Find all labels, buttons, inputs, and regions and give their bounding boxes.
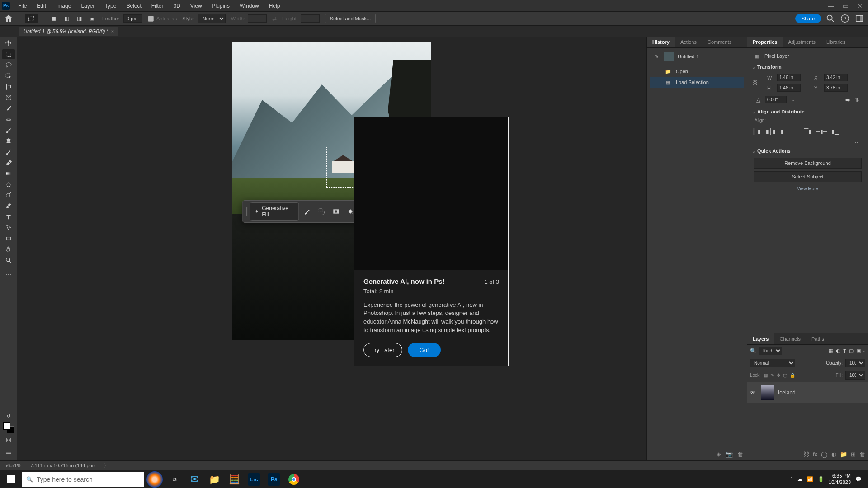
blur-tool[interactable] [2, 179, 15, 189]
color-swatches[interactable] [3, 422, 14, 433]
calculator-icon[interactable]: 🧮 [225, 470, 243, 488]
new-snapshot-icon[interactable]: ⊕ [716, 451, 721, 458]
mail-app-icon[interactable]: ✉ [185, 470, 203, 488]
history-document-row[interactable]: ✎ Untitled-1 [650, 51, 744, 62]
pen-tool[interactable] [2, 201, 15, 211]
zoom-tool[interactable] [2, 255, 15, 265]
filter-adjustment-icon[interactable]: ◐ [836, 348, 840, 354]
swap-colors-icon[interactable]: ↺ [2, 411, 15, 421]
transform-section[interactable]: ⌄Transform [750, 61, 865, 72]
layer-mask-icon[interactable]: ◯ [821, 451, 828, 458]
type-tool[interactable] [2, 212, 15, 222]
marquee-tool[interactable] [2, 49, 15, 59]
filter-search-icon[interactable]: 🔍 [750, 348, 756, 354]
camera-icon[interactable]: 📷 [726, 451, 733, 458]
layer-row[interactable]: 👁 Iceland [747, 382, 868, 403]
crop-tool[interactable] [2, 82, 15, 92]
layer-filter-select[interactable]: Kind [759, 347, 782, 355]
align-left-icon[interactable]: ▏▮ [753, 127, 762, 136]
lock-transparency-icon[interactable]: ▦ [764, 373, 768, 378]
task-view-icon[interactable]: ⧉ [165, 470, 184, 488]
more-align-icon[interactable]: ⋯ [854, 139, 860, 145]
tab-adjustments[interactable]: Adjustments [783, 37, 821, 47]
share-button[interactable]: Share [795, 14, 821, 23]
lock-pixels-icon[interactable]: ✎ [770, 373, 774, 378]
object-selection-tool[interactable] [2, 71, 15, 81]
start-button[interactable] [2, 470, 20, 488]
window-maximize-button[interactable]: ▭ [839, 1, 852, 10]
window-close-button[interactable]: ✕ [854, 1, 866, 10]
blend-mode-select[interactable]: Normal [750, 359, 795, 367]
filter-smart-icon[interactable]: ▣ [856, 348, 861, 354]
angle-dropdown-icon[interactable]: ⌄ [791, 97, 795, 102]
menu-plugins[interactable]: Plugins [208, 1, 234, 11]
menu-layer[interactable]: Layer [76, 1, 99, 11]
link-wh-icon[interactable]: ⛓ [753, 80, 758, 86]
close-tab-icon[interactable]: × [111, 28, 114, 34]
filter-toggle-icon[interactable]: ◦ [863, 348, 865, 354]
new-layer-icon[interactable]: ⊞ [851, 451, 856, 458]
eraser-tool[interactable] [2, 158, 15, 168]
frame-tool[interactable] [2, 93, 15, 103]
align-bottom-icon[interactable]: ▮▁ [830, 127, 840, 136]
history-item-open[interactable]: 📁 Open [650, 66, 744, 77]
select-subject-button[interactable]: Select Subject [754, 171, 862, 182]
window-minimize-button[interactable]: — [825, 1, 837, 10]
align-section[interactable]: ⌄Align and Distribute [750, 106, 865, 117]
document-dimensions[interactable]: 7.111 in x 10.715 in (144 ppi) [30, 463, 95, 468]
path-selection-tool[interactable] [2, 223, 15, 233]
try-later-button[interactable]: Try Later [363, 343, 402, 357]
subtract-selection-icon[interactable]: ◨ [74, 14, 84, 23]
angle-input[interactable] [765, 96, 787, 103]
align-right-icon[interactable]: ▮▕ [780, 127, 789, 136]
lock-position-icon[interactable]: ✥ [777, 373, 780, 378]
layer-name[interactable]: Iceland [778, 389, 796, 396]
home-button[interactable] [4, 14, 14, 23]
tab-layers[interactable]: Layers [747, 333, 774, 344]
quick-mask-icon[interactable] [2, 435, 15, 445]
menu-type[interactable]: Type [100, 1, 121, 11]
ctx-modify-selection-icon[interactable] [315, 205, 328, 218]
tab-history[interactable]: History [647, 37, 675, 47]
filter-pixel-icon[interactable]: ▦ [829, 348, 833, 354]
eyedropper-tool[interactable] [2, 103, 15, 113]
tab-properties[interactable]: Properties [747, 37, 783, 47]
notifications-icon[interactable]: 💬 [855, 476, 862, 482]
canvas-area[interactable]: ✦ Generative Fill ⋯ Deselect Generative … [17, 37, 646, 460]
history-brush-tool[interactable] [2, 147, 15, 157]
edit-toolbar-icon[interactable]: ⋯ [2, 270, 15, 280]
menu-3d[interactable]: 3D [169, 1, 184, 11]
brush-tool[interactable] [2, 125, 15, 135]
menu-view[interactable]: View [186, 1, 207, 11]
clock[interactable]: 6:35 PM 10/4/2023 [829, 473, 851, 485]
lightroom-icon[interactable]: Lrc [245, 470, 263, 488]
tray-chevron-icon[interactable]: ˄ [790, 476, 793, 482]
document-tab[interactable]: Untitled-1 @ 56.5% (Iceland, RGB/8) * × [19, 27, 118, 36]
flip-vertical-icon[interactable]: ⥮ [854, 97, 859, 103]
filter-shape-icon[interactable]: ▢ [849, 348, 854, 354]
view-more-link[interactable]: View More [754, 183, 862, 194]
history-item-load-selection[interactable]: ▦ Load Selection [650, 77, 744, 88]
ctx-brush-icon[interactable] [301, 205, 313, 218]
menu-file[interactable]: File [14, 1, 31, 11]
screen-mode-icon[interactable] [2, 447, 15, 457]
chrome-icon[interactable] [285, 470, 303, 488]
ctx-mask-icon[interactable] [330, 205, 342, 218]
menu-image[interactable]: Image [52, 1, 75, 11]
tab-actions[interactable]: Actions [675, 37, 702, 47]
remove-background-button[interactable]: Remove Background [754, 158, 862, 169]
generative-fill-button[interactable]: ✦ Generative Fill [250, 202, 299, 221]
intersect-selection-icon[interactable]: ▣ [87, 14, 97, 23]
menu-help[interactable]: Help [264, 1, 285, 11]
adjustment-layer-icon[interactable]: ◐ [831, 451, 836, 458]
rectangle-tool[interactable] [2, 234, 15, 244]
x-input[interactable] [824, 74, 848, 81]
layer-thumbnail[interactable] [761, 385, 774, 400]
dodge-tool[interactable] [2, 190, 15, 200]
lock-all-icon[interactable]: 🔒 [790, 373, 795, 378]
lock-artboard-icon[interactable]: ▢ [783, 373, 787, 378]
move-tool[interactable] [2, 38, 15, 48]
trash-icon[interactable]: 🗑 [737, 451, 743, 458]
menu-window[interactable]: Window [235, 1, 264, 11]
cortana-icon[interactable] [146, 470, 164, 488]
